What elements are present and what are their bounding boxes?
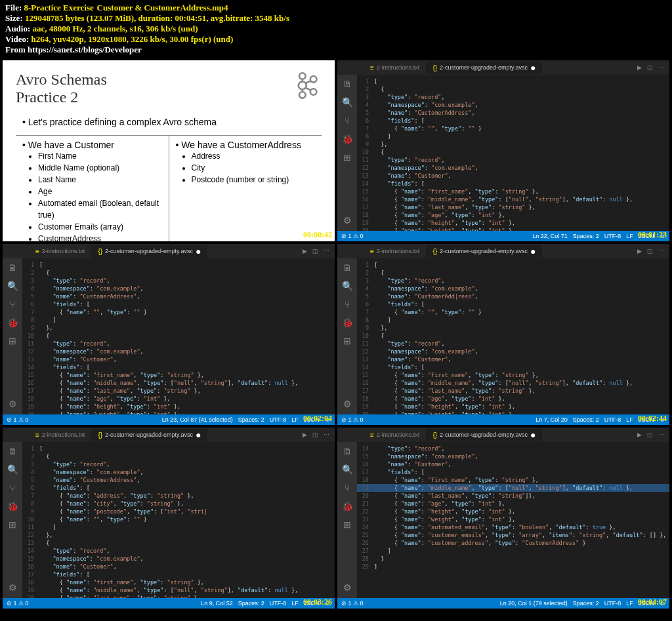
play-icon[interactable]: ▶: [303, 431, 307, 438]
extensions-icon[interactable]: ⊞: [343, 519, 351, 530]
debug-icon[interactable]: 🐞: [342, 501, 353, 511]
split-icon[interactable]: ◫: [647, 64, 653, 71]
status-eol[interactable]: LF: [291, 416, 299, 423]
timestamp: 00:00:42: [303, 230, 332, 240]
tab-avsc[interactable]: {}2-customer-upgraded-empty.avsc●: [426, 245, 542, 258]
status-spaces[interactable]: Spaces: 2: [573, 233, 599, 239]
settings-gear-icon[interactable]: ⚙: [9, 582, 17, 593]
explorer-icon[interactable]: 🗎: [8, 446, 17, 456]
status-cursor[interactable]: Ln 22, Col 71: [532, 233, 568, 239]
play-icon[interactable]: ▶: [303, 248, 307, 254]
code-line: 4 "namespace": "com.example",: [22, 468, 335, 476]
split-icon[interactable]: ◫: [312, 431, 318, 438]
tab-instructions[interactable]: ≡2-instructions.txt: [364, 429, 426, 441]
tab-avsc[interactable]: {}2-customer-upgraded-empty.avsc●: [426, 62, 542, 74]
extensions-icon[interactable]: ⊞: [343, 336, 351, 346]
tab-avsc[interactable]: {}2-customer-upgraded-empty.avsc●: [91, 245, 207, 258]
settings-gear-icon[interactable]: ⚙: [343, 582, 352, 593]
code-line: 21 { "name": "age", "type": "int" },: [357, 500, 669, 508]
code-line: 3 "type": "record",: [357, 277, 669, 285]
play-icon[interactable]: ▶: [637, 431, 642, 438]
play-icon[interactable]: ▶: [637, 64, 642, 71]
file-icon: ≡: [370, 431, 374, 439]
more-icon[interactable]: ⋯: [324, 431, 329, 438]
tab-instructions[interactable]: ≡2-instructions.txt: [364, 245, 426, 258]
status-encoding[interactable]: UTF-8: [604, 233, 621, 239]
status-eol[interactable]: LF: [626, 600, 633, 607]
debug-icon[interactable]: 🐞: [342, 317, 353, 328]
status-cursor[interactable]: Ln 20, Col 1 (79 selected): [500, 600, 568, 607]
code-editor[interactable]: 1[2 {3 "type": "record",4 "namespace": "…: [357, 258, 669, 414]
code-editor[interactable]: 14 "type": "record",15 "namespace": "com…: [357, 442, 669, 598]
status-errors[interactable]: ⊘ 1 ⚠ 0: [7, 600, 29, 607]
debug-icon[interactable]: 🐞: [7, 317, 18, 328]
code-line: 4 "namespace": "com.example",: [22, 285, 335, 292]
explorer-icon[interactable]: 🗎: [343, 446, 352, 456]
extensions-icon[interactable]: ⊞: [9, 519, 16, 530]
extensions-icon[interactable]: ⊞: [9, 336, 16, 346]
explorer-icon[interactable]: 🗎: [343, 262, 352, 273]
search-icon[interactable]: 🔍: [342, 464, 353, 475]
split-icon[interactable]: ◫: [647, 431, 653, 438]
status-encoding[interactable]: UTF-8: [270, 600, 287, 607]
tab-instructions[interactable]: ≡2-instructions.txt: [29, 429, 91, 441]
status-bar: ⊘ 1 ⚠ 0 Ln 20, Col 1 (79 selected) Space…: [337, 598, 669, 609]
col2-heading: • We have a CustomerAddress: [176, 140, 316, 150]
status-cursor[interactable]: Ln 23, Col 87 (41 selected): [162, 416, 233, 423]
git-icon[interactable]: ⑂: [10, 483, 15, 493]
status-errors[interactable]: ⊘ 1 ⚠ 0: [341, 600, 364, 607]
git-icon[interactable]: ⑂: [10, 299, 15, 310]
settings-gear-icon[interactable]: ⚙: [343, 399, 352, 409]
explorer-icon[interactable]: 🗎: [343, 79, 352, 89]
status-errors[interactable]: ⊘ 1 ⚠ 0: [341, 416, 364, 423]
status-encoding[interactable]: UTF-8: [270, 416, 287, 423]
status-errors[interactable]: ⊘ 1 ⚠ 0: [341, 233, 364, 239]
tab-bar: ≡2-instructions.txt {}2-customer-upgrade…: [337, 244, 669, 258]
status-spaces[interactable]: Spaces: 2: [238, 416, 264, 423]
status-spaces[interactable]: Spaces: 2: [573, 416, 599, 423]
tab-instructions[interactable]: ≡2-instructions.txt: [364, 62, 426, 74]
activity-bar: 🗎 🔍 ⑂ 🐞 ⊞ ⚙: [3, 258, 22, 414]
tab-label: 2-customer-upgraded-empty.avsc: [105, 248, 193, 254]
status-errors[interactable]: ⊘ 1 ⚠ 0: [7, 416, 29, 423]
git-icon[interactable]: ⑂: [345, 483, 350, 493]
split-icon[interactable]: ◫: [647, 248, 653, 254]
more-icon[interactable]: ⋯: [658, 431, 664, 438]
status-eol[interactable]: LF: [626, 233, 633, 239]
git-icon[interactable]: ⑂: [345, 115, 350, 126]
debug-icon[interactable]: 🐞: [7, 501, 18, 511]
extensions-icon[interactable]: ⊞: [343, 152, 351, 163]
git-icon[interactable]: ⑂: [345, 299, 350, 310]
code-line: 6 "fields": [: [357, 300, 669, 308]
tab-avsc[interactable]: {}2-customer-upgraded-empty.avsc●: [426, 429, 542, 441]
status-spaces[interactable]: Spaces: 2: [238, 600, 264, 607]
status-eol[interactable]: LF: [626, 416, 633, 423]
more-icon[interactable]: ⋯: [658, 248, 664, 254]
search-icon[interactable]: 🔍: [7, 281, 18, 291]
tab-instructions[interactable]: ≡2-instructions.txt: [29, 245, 91, 258]
unsaved-dot-icon: ●: [530, 249, 536, 254]
status-encoding[interactable]: UTF-8: [604, 600, 621, 607]
search-icon[interactable]: 🔍: [342, 97, 353, 108]
status-eol[interactable]: LF: [291, 600, 299, 607]
file-icon: ≡: [370, 64, 374, 71]
status-encoding[interactable]: UTF-8: [604, 416, 621, 423]
split-icon[interactable]: ◫: [312, 248, 318, 254]
more-icon[interactable]: ⋯: [324, 248, 329, 254]
tab-avsc[interactable]: {}2-customer-upgraded-empty.avsc●: [91, 429, 207, 441]
search-icon[interactable]: 🔍: [7, 464, 18, 475]
status-cursor[interactable]: Ln 9, Col 52: [201, 600, 233, 607]
explorer-icon[interactable]: 🗎: [8, 262, 17, 273]
settings-gear-icon[interactable]: ⚙: [9, 399, 17, 409]
more-icon[interactable]: ⋯: [658, 64, 664, 71]
status-cursor[interactable]: Ln 7, Col 20: [536, 416, 568, 423]
code-editor[interactable]: 1[2 {3 "type": "record",4 "namespace": "…: [22, 258, 335, 414]
settings-gear-icon[interactable]: ⚙: [343, 215, 352, 226]
code-editor[interactable]: 1[2 {3 "type": "record",4 "namespace": "…: [22, 442, 335, 598]
play-icon[interactable]: ▶: [637, 248, 642, 254]
search-icon[interactable]: 🔍: [342, 281, 353, 291]
code-editor[interactable]: 1[2 {3 "type": "record",4 "namespace": "…: [357, 75, 669, 231]
status-spaces[interactable]: Spaces: 2: [573, 600, 599, 607]
file-icon: ≡: [35, 431, 39, 439]
debug-icon[interactable]: 🐞: [342, 134, 353, 144]
